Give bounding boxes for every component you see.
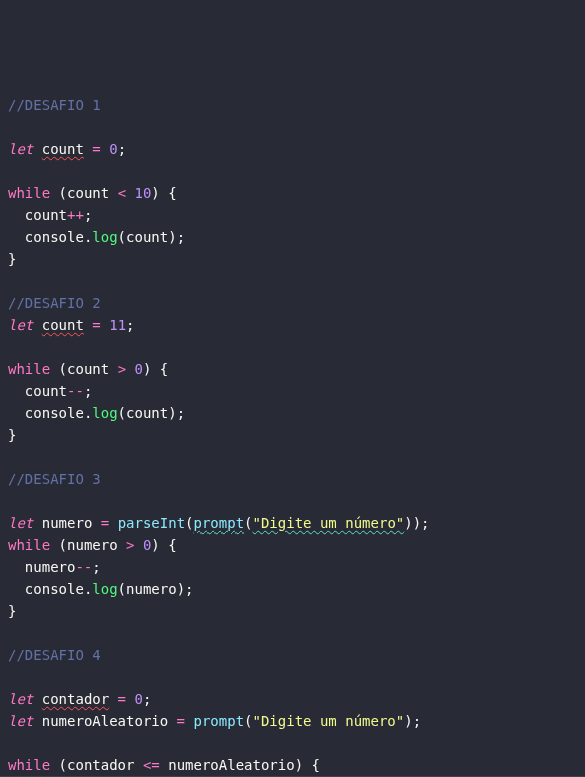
token-storage: let	[8, 141, 33, 157]
code-line	[8, 446, 577, 468]
token-number: 0	[109, 141, 117, 157]
code-line: while (contador <= numeroAleatorio) {	[8, 754, 577, 776]
token-number: 0	[135, 361, 143, 377]
token-punct: ;	[177, 405, 185, 421]
token-var: count	[126, 229, 168, 245]
token-string: "Digite um número"	[253, 713, 405, 729]
token-punct: )	[168, 405, 176, 421]
token-punct: (	[118, 405, 126, 421]
token-keyword: while	[8, 757, 50, 773]
code-line: while (count > 0) {	[8, 358, 577, 380]
code-line: numero--;	[8, 556, 577, 578]
token-punct: ;	[185, 581, 193, 597]
token-operator: --	[67, 383, 84, 399]
token-obj: console	[25, 229, 84, 245]
token-operator: <	[118, 185, 126, 201]
token-punct: ;	[84, 207, 92, 223]
token-var: contador	[42, 691, 109, 707]
token-punct: ;	[126, 317, 134, 333]
token-punct: )	[404, 515, 412, 531]
token-keyword: while	[8, 361, 50, 377]
token-punct: }	[8, 427, 16, 443]
token-var: count	[67, 361, 109, 377]
token-var: numeroAleatorio	[168, 757, 294, 773]
token-punct: ;	[118, 141, 126, 157]
code-line: let numeroAleatorio = prompt("Digite um …	[8, 710, 577, 732]
code-line: let count = 0;	[8, 138, 577, 160]
token-comment: //DESAFIO 4	[8, 647, 101, 663]
token-var: count	[126, 405, 168, 421]
token-operator: =	[118, 691, 126, 707]
token-punct: ;	[92, 559, 100, 575]
token-number: 0	[134, 691, 142, 707]
code-line: console.log(count);	[8, 226, 577, 248]
token-punct: }	[8, 603, 16, 619]
token-storage: let	[8, 713, 33, 729]
code-line: let contador = 0;	[8, 688, 577, 710]
token-operator: =	[92, 141, 100, 157]
token-operator: >	[126, 537, 134, 553]
token-operator: =	[177, 713, 185, 729]
token-punct: {	[312, 757, 320, 773]
token-punct: )	[151, 537, 159, 553]
token-punct: (	[59, 757, 67, 773]
code-line	[8, 732, 577, 754]
token-var: numero	[42, 515, 93, 531]
token-punct: ;	[84, 383, 92, 399]
token-punct: )	[413, 515, 421, 531]
token-punct: }	[8, 251, 16, 267]
token-comment: //DESAFIO 3	[8, 471, 101, 487]
token-punct: ;	[421, 515, 429, 531]
token-obj: console	[25, 581, 84, 597]
token-var: count	[25, 383, 67, 399]
code-line: console.log(numero);	[8, 578, 577, 600]
token-punct: (	[244, 515, 252, 531]
code-line: console.log(count);	[8, 402, 577, 424]
token-operator: ++	[67, 207, 84, 223]
token-var: numero	[25, 559, 76, 575]
code-line: count--;	[8, 380, 577, 402]
token-keyword: while	[8, 537, 50, 553]
token-var: count	[42, 141, 84, 157]
token-comment: //DESAFIO 1	[8, 97, 101, 113]
token-var: numero	[67, 537, 118, 553]
token-operator: >	[118, 361, 126, 377]
token-storage: let	[8, 515, 33, 531]
token-punct: )	[177, 581, 185, 597]
code-line	[8, 160, 577, 182]
token-method: log	[92, 405, 117, 421]
token-punct: (	[59, 537, 67, 553]
code-line: while (count < 10) {	[8, 182, 577, 204]
token-punct: (	[59, 361, 67, 377]
code-line	[8, 116, 577, 138]
code-line: let count = 11;	[8, 314, 577, 336]
token-punct: )	[168, 229, 176, 245]
code-line: //DESAFIO 4	[8, 644, 577, 666]
token-punct: (	[118, 581, 126, 597]
token-punct: (	[185, 515, 193, 531]
code-line	[8, 666, 577, 688]
code-line: //DESAFIO 2	[8, 292, 577, 314]
token-punct: )	[295, 757, 303, 773]
token-punct: )	[404, 713, 412, 729]
code-line: //DESAFIO 1	[8, 94, 577, 116]
token-storage: let	[8, 317, 33, 333]
token-punct: {	[160, 361, 168, 377]
token-string: "Digite um número"	[253, 515, 405, 531]
code-line: }	[8, 600, 577, 622]
code-line: let numero = parseInt(prompt("Digite um …	[8, 512, 577, 534]
token-operator: =	[101, 515, 109, 531]
token-method: log	[92, 229, 117, 245]
token-operator: --	[75, 559, 92, 575]
code-line: }	[8, 424, 577, 446]
token-storage: let	[8, 691, 33, 707]
token-number: 11	[109, 317, 126, 333]
code-line	[8, 270, 577, 292]
token-comment: //DESAFIO 2	[8, 295, 101, 311]
code-line	[8, 336, 577, 358]
code-line	[8, 622, 577, 644]
code-line: //DESAFIO 3	[8, 468, 577, 490]
code-editor[interactable]: //DESAFIO 1let count = 0;while (count < …	[8, 94, 577, 777]
token-obj: console	[25, 405, 84, 421]
token-number: 10	[135, 185, 152, 201]
